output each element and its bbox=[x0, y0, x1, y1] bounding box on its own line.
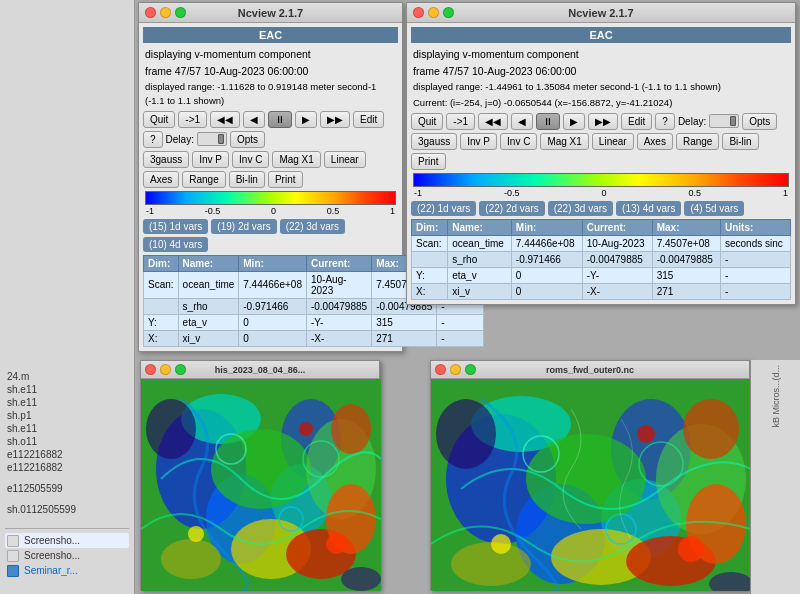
right-linear-button[interactable]: Linear bbox=[592, 133, 634, 150]
right-prev-button[interactable]: ◀ bbox=[511, 113, 533, 130]
cell: xi_v bbox=[448, 283, 512, 299]
svg-point-9 bbox=[161, 539, 221, 579]
svg-point-38 bbox=[678, 536, 704, 562]
right-pause-button[interactable]: ⏸ bbox=[536, 113, 560, 130]
cell: - bbox=[720, 267, 790, 283]
cell: 0 bbox=[511, 283, 582, 299]
cell: 7.44466e+08 bbox=[511, 235, 582, 251]
right-bilin-button[interactable]: Bi-lin bbox=[722, 133, 758, 150]
range-button[interactable]: Range bbox=[182, 171, 225, 188]
right-range-button[interactable]: Range bbox=[676, 133, 719, 150]
right-delay-label: Delay: bbox=[678, 116, 706, 127]
right-play-button[interactable]: ▶ bbox=[563, 113, 585, 130]
opts-button[interactable]: Opts bbox=[230, 131, 265, 148]
right-img-close[interactable] bbox=[435, 364, 446, 375]
cell: Scan: bbox=[412, 235, 448, 251]
play-button[interactable]: ▶ bbox=[295, 111, 317, 128]
right-img-min[interactable] bbox=[450, 364, 461, 375]
right-ff-button[interactable]: ▶▶ bbox=[588, 113, 618, 130]
sidebar-screenshot-2[interactable]: Screensho... bbox=[22, 549, 82, 562]
delay-slider[interactable] bbox=[197, 132, 227, 146]
invc-button[interactable]: Inv C bbox=[232, 151, 269, 168]
left-sidebar: 24.m sh.e11 sh.e11 sh.p1 sh.e11 sh.o11 e… bbox=[0, 0, 135, 594]
3gauss-button[interactable]: 3gauss bbox=[143, 151, 189, 168]
right-invc-button[interactable]: Inv C bbox=[500, 133, 537, 150]
rewind-button[interactable]: ◀◀ bbox=[210, 111, 240, 128]
sidebar-screenshot-1[interactable]: Screensho... bbox=[22, 534, 82, 547]
quit-button[interactable]: Quit bbox=[143, 111, 175, 128]
ff-button[interactable]: ▶▶ bbox=[320, 111, 350, 128]
left-img-win-controls bbox=[145, 364, 186, 375]
right-3gauss-button[interactable]: 3gauss bbox=[411, 133, 457, 150]
svg-point-30 bbox=[451, 542, 531, 586]
prev-button[interactable]: ◀ bbox=[243, 111, 265, 128]
invp-button[interactable]: Inv P bbox=[192, 151, 229, 168]
cell: s_rho bbox=[448, 251, 512, 267]
right-dim-tab-1d[interactable]: (22) 1d vars bbox=[411, 201, 476, 216]
linear-button[interactable]: Linear bbox=[324, 151, 366, 168]
question-button[interactable]: ? bbox=[143, 131, 163, 148]
left-info-line2: frame 47/57 10-Aug-2023 06:00:00 bbox=[143, 63, 398, 80]
print-button[interactable]: Print bbox=[268, 171, 303, 188]
right-quit-button[interactable]: Quit bbox=[411, 113, 443, 130]
right-colorbar-label-mid2: 0.5 bbox=[688, 188, 701, 198]
sidebar-item: e112216882 bbox=[5, 461, 129, 474]
right-ocean-plot bbox=[431, 379, 751, 591]
svg-point-20 bbox=[341, 567, 381, 591]
right-close-button[interactable] bbox=[413, 7, 424, 18]
right-window-titlebar: Ncview 2.1.7 bbox=[407, 3, 795, 23]
left-colorbar bbox=[145, 191, 396, 205]
dim-tab-2d[interactable]: (19) 2d vars bbox=[211, 219, 276, 234]
right-question-button[interactable]: ? bbox=[655, 113, 675, 130]
left-image-titlebar: his_2023_08_04_86... bbox=[141, 361, 379, 379]
right-dim-tab-5d[interactable]: (4) 5d vars bbox=[684, 201, 744, 216]
sidebar-item: e112505599 bbox=[5, 482, 129, 495]
right-delay-slider[interactable] bbox=[709, 114, 739, 128]
dim-tab-1d[interactable]: (15) 1d vars bbox=[143, 219, 208, 234]
right-img-win-controls bbox=[435, 364, 476, 375]
right-toolbar-2: 3gauss Inv P Inv C Mag X1 Linear Axes Ra… bbox=[411, 133, 791, 170]
right-magx1-button[interactable]: Mag X1 bbox=[540, 133, 588, 150]
axes-button[interactable]: Axes bbox=[143, 171, 179, 188]
colorbar-label-mid1: -0.5 bbox=[205, 206, 221, 216]
right-colorbar-label-min: -1 bbox=[414, 188, 422, 198]
cell: -X- bbox=[582, 283, 652, 299]
left-img-max[interactable] bbox=[175, 364, 186, 375]
right-maximize-button[interactable] bbox=[443, 7, 454, 18]
maximize-button[interactable] bbox=[175, 7, 186, 18]
right-rewind-button[interactable]: ◀◀ bbox=[478, 113, 508, 130]
left-img-min[interactable] bbox=[160, 364, 171, 375]
right-axes-button[interactable]: Axes bbox=[637, 133, 673, 150]
cell: ocean_time bbox=[448, 235, 512, 251]
right-opts-button[interactable]: Opts bbox=[742, 113, 777, 130]
sidebar-item: sh.e11 bbox=[5, 422, 129, 435]
right-col-name: Name: bbox=[448, 219, 512, 235]
cell: - bbox=[720, 283, 790, 299]
left-info-line3: displayed range: -1.11628 to 0.919148 me… bbox=[143, 79, 398, 108]
right-dim-tab-4d[interactable]: (13) 4d vars bbox=[616, 201, 681, 216]
dim-tab-3d[interactable]: (22) 3d vars bbox=[280, 219, 345, 234]
right-invp-button[interactable]: Inv P bbox=[460, 133, 497, 150]
minimize-button[interactable] bbox=[160, 7, 171, 18]
arrow1-button[interactable]: ->1 bbox=[178, 111, 207, 128]
right-edit-button[interactable]: Edit bbox=[621, 113, 652, 130]
dim-tab-4d[interactable]: (10) 4d vars bbox=[143, 237, 208, 252]
right-dim-tab-2d[interactable]: (22) 2d vars bbox=[479, 201, 544, 216]
sidebar-seminar[interactable]: Seminar_r... bbox=[22, 564, 80, 577]
right-img-max[interactable] bbox=[465, 364, 476, 375]
right-dim-tab-3d[interactable]: (22) 3d vars bbox=[548, 201, 613, 216]
bilin-button[interactable]: Bi-lin bbox=[229, 171, 265, 188]
right-dim-table: Dim: Name: Min: Current: Max: Units: Sca… bbox=[411, 219, 791, 300]
magx1-button[interactable]: Mag X1 bbox=[272, 151, 320, 168]
left-toolbar-2: 3gauss Inv P Inv C Mag X1 Linear Axes Ra… bbox=[143, 151, 398, 188]
svg-point-18 bbox=[299, 422, 313, 436]
right-minimize-button[interactable] bbox=[428, 7, 439, 18]
left-ocean-plot bbox=[141, 379, 381, 591]
pause-button[interactable]: ⏸ bbox=[268, 111, 292, 128]
cell bbox=[412, 251, 448, 267]
edit-button[interactable]: Edit bbox=[353, 111, 384, 128]
right-arrow1-button[interactable]: ->1 bbox=[446, 113, 475, 130]
left-img-close[interactable] bbox=[145, 364, 156, 375]
right-print-button[interactable]: Print bbox=[411, 153, 446, 170]
close-button[interactable] bbox=[145, 7, 156, 18]
